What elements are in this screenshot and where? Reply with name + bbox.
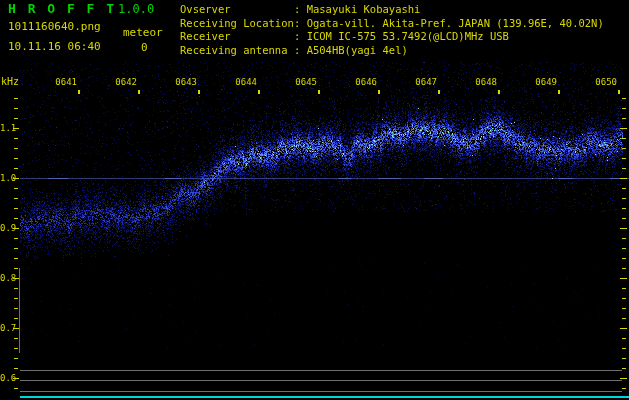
- time-tick: [258, 90, 260, 94]
- freq-minor-tick-right: [622, 258, 626, 259]
- freq-minor-tick-left: [14, 108, 18, 109]
- freq-minor-tick-right: [622, 238, 626, 239]
- time-tick-label: 0648: [475, 77, 497, 87]
- freq-major-tick-left: [13, 228, 19, 229]
- freq-minor-tick-right: [622, 168, 626, 169]
- time-tick: [558, 90, 560, 94]
- freq-tick-label: 1.0: [0, 173, 13, 183]
- time-tick-label: 0649: [535, 77, 557, 87]
- freq-tick-label: 0.6: [0, 373, 13, 383]
- freq-minor-tick-left: [14, 288, 18, 289]
- freq-minor-tick-left: [14, 368, 18, 369]
- freq-major-tick-right: [620, 278, 627, 279]
- freq-minor-tick-right: [622, 368, 626, 369]
- freq-minor-tick-right: [622, 248, 626, 249]
- freq-major-tick-right: [620, 128, 627, 129]
- level-ref-line: [20, 370, 622, 371]
- freq-minor-tick-left: [14, 308, 18, 309]
- level-ref-line: [20, 391, 622, 392]
- meteor-count: 0: [141, 41, 148, 54]
- freq-minor-tick-right: [622, 358, 626, 359]
- freq-tick-label: 0.8: [0, 273, 13, 283]
- freq-minor-tick-right: [622, 348, 626, 349]
- freq-minor-tick-left: [14, 198, 18, 199]
- freq-minor-tick-right: [622, 198, 626, 199]
- info-value: : Ogata-vill. Akita-Pref. JAPAN (139.96E…: [294, 17, 604, 29]
- freq-minor-tick-left: [14, 268, 18, 269]
- freq-minor-tick-right: [622, 148, 626, 149]
- freq-minor-tick-right: [622, 338, 626, 339]
- time-tick: [378, 90, 380, 94]
- time-tick-label: 0643: [175, 77, 197, 87]
- freq-major-tick-right: [620, 378, 627, 379]
- freq-tick-label: 0.9: [0, 223, 13, 233]
- freq-major-tick-right: [620, 228, 627, 229]
- spectrogram-canvas: [0, 0, 629, 400]
- app-version: 1.0.0: [118, 2, 154, 16]
- freq-minor-tick-left: [14, 388, 18, 389]
- freq-minor-tick-right: [622, 388, 626, 389]
- freq-major-tick-left: [13, 178, 19, 179]
- freq-tick-label: 0.7: [0, 323, 13, 333]
- freq-minor-tick-right: [622, 188, 626, 189]
- time-tick-label: 0647: [415, 77, 437, 87]
- freq-minor-tick-left: [14, 218, 18, 219]
- frequency-axis-unit: kHz: [1, 76, 19, 87]
- time-tick: [318, 90, 320, 94]
- freq-minor-tick-left: [14, 248, 18, 249]
- time-tick: [438, 90, 440, 94]
- freq-minor-tick-right: [622, 218, 626, 219]
- info-label: Receiver: [180, 30, 231, 42]
- freq-minor-tick-right: [622, 298, 626, 299]
- time-tick-label: 0641: [55, 77, 77, 87]
- hrofft-window: H R O F F T 1.0.0 1011160640.png meteor …: [0, 0, 629, 400]
- freq-minor-tick-left: [14, 358, 18, 359]
- info-label: Ovserver: [180, 3, 231, 15]
- freq-minor-tick-right: [622, 138, 626, 139]
- freq-minor-tick-right: [622, 318, 626, 319]
- freq-minor-tick-right: [622, 268, 626, 269]
- freq-minor-tick-left: [14, 238, 18, 239]
- freq-minor-tick-left: [14, 158, 18, 159]
- freq-minor-tick-left: [14, 138, 18, 139]
- info-label: Receiving antenna: [180, 44, 287, 56]
- signal-level-trace: [20, 396, 629, 398]
- freq-major-tick-right: [620, 178, 627, 179]
- freq-minor-tick-left: [14, 348, 18, 349]
- freq-minor-tick-right: [622, 288, 626, 289]
- freq-minor-tick-left: [14, 118, 18, 119]
- time-tick: [498, 90, 500, 94]
- freq-major-tick-right: [620, 328, 627, 329]
- freq-minor-tick-left: [14, 258, 18, 259]
- info-value: : A504HB(yagi 4el): [294, 44, 408, 56]
- time-tick: [618, 90, 620, 94]
- freq-minor-tick-left: [14, 188, 18, 189]
- app-title: H R O F F T: [8, 1, 116, 16]
- freq-minor-tick-right: [622, 158, 626, 159]
- info-label: Receiving Location: [180, 17, 294, 29]
- info-value: : ICOM IC-575 53.7492(@LCD)MHz USB: [294, 30, 509, 42]
- panel-border-line: [19, 268, 20, 353]
- freq-minor-tick-left: [14, 298, 18, 299]
- observation-datetime: 10.11.16 06:40: [8, 40, 101, 53]
- time-tick-label: 0644: [235, 77, 257, 87]
- info-value: : Masayuki Kobayashi: [294, 3, 420, 15]
- time-tick-label: 0646: [355, 77, 377, 87]
- freq-minor-tick-right: [622, 208, 626, 209]
- meteor-mode-label: meteor: [123, 26, 163, 39]
- level-ref-line: [20, 380, 622, 381]
- time-tick: [198, 90, 200, 94]
- time-tick: [138, 90, 140, 94]
- freq-minor-tick-right: [622, 108, 626, 109]
- freq-major-tick-left: [13, 378, 19, 379]
- time-tick-label: 0650: [595, 77, 617, 87]
- freq-minor-tick-right: [622, 118, 626, 119]
- output-filename: 1011160640.png: [8, 20, 101, 33]
- time-tick: [78, 90, 80, 94]
- freq-minor-tick-left: [14, 168, 18, 169]
- freq-minor-tick-left: [14, 208, 18, 209]
- freq-minor-tick-right: [622, 308, 626, 309]
- freq-minor-tick-left: [14, 338, 18, 339]
- time-tick-label: 0642: [115, 77, 137, 87]
- time-tick-label: 0645: [295, 77, 317, 87]
